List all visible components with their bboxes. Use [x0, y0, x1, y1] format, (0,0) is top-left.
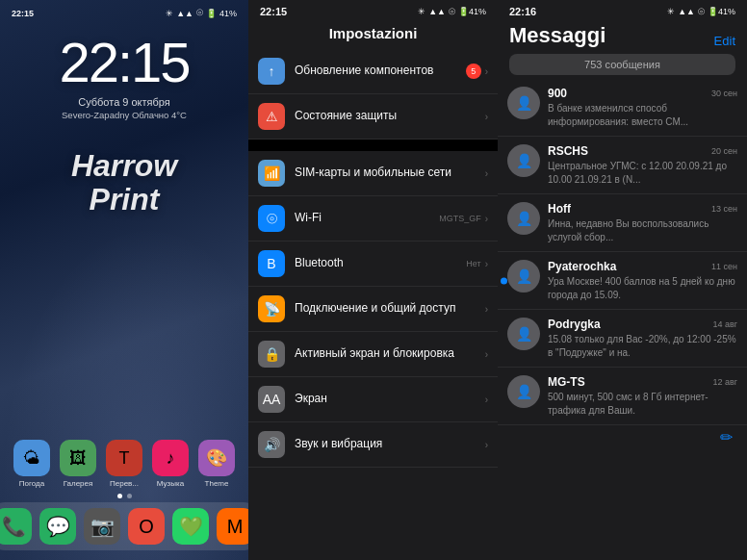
- message-preview: Центральное УГМС: с 12.00 20.09.21 до 10…: [548, 160, 737, 186]
- settings-list-item[interactable]: ⚠ Состояние защиты ›: [248, 94, 498, 140]
- lock-app-item[interactable]: 🎨 Theme: [198, 440, 235, 488]
- settings-item-icon: ⦾: [258, 205, 285, 232]
- message-sender: Podrygka: [548, 318, 601, 331]
- chevron-icon: ›: [485, 304, 488, 315]
- message-preview: 500 минут, 500 смс и 8 Гб интернет-трафи…: [548, 391, 737, 417]
- message-sender: 900: [548, 87, 567, 100]
- settings-list-item[interactable]: 🔊 Звук и вибрация ›: [248, 422, 498, 468]
- message-time: 20 сен: [711, 146, 737, 156]
- lock-date: Суббота 9 октября: [78, 96, 170, 108]
- settings-item-right: ›: [485, 168, 488, 179]
- settings-item-icon: 🔊: [258, 431, 285, 458]
- chevron-icon: ›: [485, 168, 488, 179]
- messages-status-time: 22:16: [509, 6, 536, 17]
- chevron-icon: ›: [485, 214, 488, 224]
- lock-app-item[interactable]: 🖼 Галерея: [60, 440, 96, 488]
- lock-app-label: Галерея: [64, 479, 93, 488]
- message-content: Hoff 13 сен Инна, недавно Вы воспользова…: [548, 202, 737, 243]
- settings-item-label: Wi-Fi: [295, 211, 429, 226]
- message-content: RSCHS 20 сен Центральное УГМС: с 12.00 2…: [548, 144, 737, 186]
- messages-status-icons: ✳ ▲▲ ⦾ 🔋41%: [667, 7, 735, 17]
- lock-brand-line2: Print: [90, 182, 160, 216]
- settings-item-label: Активный экран и блокировка: [295, 346, 476, 362]
- settings-list-item[interactable]: 🔒 Активный экран и блокировка ›: [248, 332, 498, 377]
- message-list: 👤 900 30 сен В банке изменился способ ин…: [498, 79, 747, 560]
- settings-item-icon: B: [258, 250, 285, 277]
- sig2-icon: ▲▲: [678, 7, 695, 16]
- messages-title: Messaggi: [509, 23, 605, 48]
- settings-list: ↑ Обновление компонентов 5› ⚠ Состояние …: [248, 49, 498, 560]
- settings-item-label: Обновление компонентов: [295, 64, 456, 79]
- message-list-item[interactable]: 👤 MG-TS 12 авг 500 минут, 500 смс и 8 Гб…: [498, 368, 747, 425]
- message-content: MG-TS 12 авг 500 минут, 500 смс и 8 Гб и…: [548, 375, 737, 417]
- dock-icon[interactable]: 💬: [39, 508, 76, 545]
- message-time: 13 сен: [711, 204, 737, 214]
- message-time: 30 сен: [711, 89, 737, 98]
- settings-list-item[interactable]: B Bluetooth Нет›: [248, 242, 498, 287]
- message-avatar: 👤: [507, 375, 540, 408]
- lock-app-label: Погода: [19, 479, 44, 488]
- chevron-icon: ›: [485, 395, 488, 405]
- messages-edit-button[interactable]: Edit: [714, 34, 735, 48]
- message-avatar: 👤: [507, 260, 540, 293]
- settings-value: Нет: [466, 259, 480, 268]
- lock-brand: Harrow Print: [71, 149, 177, 216]
- settings-list-item[interactable]: 📡 Подключение и общий доступ ›: [248, 287, 498, 332]
- message-sender: RSCHS: [548, 144, 588, 158]
- lock-status-icons: ✳ ▲▲ ⦾ 🔋 41%: [166, 8, 237, 18]
- lock-apps-row: 🌤 Погода 🖼 Галерея Т Перев... ♪ Музыка 🎨…: [6, 440, 243, 488]
- lock-app-icon: Т: [106, 440, 142, 476]
- messages-panel: 22:16 ✳ ▲▲ ⦾ 🔋41% Messaggi Edit 753 сооб…: [498, 0, 747, 560]
- lock-app-icon: 🎨: [198, 440, 235, 476]
- settings-item-icon: 🔒: [258, 341, 285, 368]
- lock-status-time: 22:15: [12, 9, 34, 18]
- settings-list-item[interactable]: ↑ Обновление компонентов 5›: [248, 49, 498, 94]
- settings-value: MGTS_GF: [439, 214, 481, 223]
- settings-list-item[interactable]: 📶 SIM-карты и мобильные сети ›: [248, 151, 498, 196]
- settings-item-label: Состояние защиты: [295, 109, 476, 124]
- wifi-icon: ⦾: [449, 7, 455, 17]
- message-list-item[interactable]: 👤 Hoff 13 сен Инна, недавно Вы воспользо…: [498, 194, 747, 252]
- lock-app-item[interactable]: 🌤 Погода: [13, 440, 50, 488]
- settings-item-label: Звук и вибрация: [295, 437, 476, 452]
- settings-item-label: Экран: [295, 392, 476, 407]
- message-avatar: 👤: [507, 87, 540, 119]
- settings-panel: 22:15 ✳ ▲▲ ⦾ 🔋41% Impostazioni ↑ Обновле…: [248, 0, 498, 560]
- dock-icon[interactable]: O: [128, 508, 165, 545]
- message-list-item[interactable]: 👤 Podrygka 14 авг 15.08 только для Вас -…: [498, 310, 747, 368]
- message-list-item[interactable]: 👤 RSCHS 20 сен Центральное УГМС: с 12.00…: [498, 137, 747, 194]
- lock-weather: Severo-Zapadny Облачно 4°C: [62, 110, 187, 120]
- message-content: 900 30 сен В банке изменился способ инфо…: [548, 87, 737, 128]
- message-avatar: 👤: [507, 318, 540, 350]
- message-top: 900 30 сен: [548, 87, 737, 100]
- dock-icon[interactable]: M: [217, 508, 248, 545]
- message-list-item[interactable]: 👤 900 30 сен В банке изменился способ ин…: [498, 79, 747, 137]
- settings-item-right: ›: [485, 304, 488, 315]
- message-content: Podrygka 14 авг 15.08 только для Вас -20…: [548, 318, 737, 359]
- message-top: Podrygka 14 авг: [548, 318, 737, 331]
- settings-item-right: MGTS_GF›: [439, 214, 488, 224]
- settings-item-right: ›: [485, 112, 488, 122]
- dock-icon[interactable]: 💚: [172, 508, 209, 545]
- dock-icon[interactable]: 📷: [84, 508, 120, 545]
- message-list-item[interactable]: 👤 Pyaterochka 11 сен Ура Москве! 400 бал…: [498, 252, 747, 310]
- settings-item-icon: AA: [258, 386, 285, 413]
- settings-list-item[interactable]: ⦾ Wi-Fi MGTS_GF›: [248, 196, 498, 242]
- settings-list-item[interactable]: AA Экран ›: [248, 377, 498, 422]
- message-time: 12 авг: [712, 377, 737, 387]
- lock-app-item[interactable]: Т Перев...: [106, 440, 142, 488]
- messages-header: Messaggi Edit: [498, 21, 747, 54]
- chevron-icon: ›: [485, 259, 488, 269]
- lock-app-item[interactable]: ♪ Музыка: [152, 440, 189, 488]
- lock-time: 22:15: [59, 30, 189, 94]
- dot-2: [127, 494, 132, 498]
- settings-item-icon: ↑: [258, 58, 285, 85]
- settings-item-right: ›: [485, 349, 488, 360]
- battery-percent: 41%: [219, 9, 237, 18]
- compose-area: ✏: [498, 425, 747, 454]
- settings-item-right: ›: [485, 440, 488, 450]
- bat-icon: 🔋41%: [458, 7, 486, 16]
- message-preview: 15.08 только для Вас -20%, до 12:00 -25%…: [548, 333, 737, 359]
- compose-button[interactable]: ✏: [712, 423, 739, 450]
- dock-icon[interactable]: 📞: [0, 508, 32, 545]
